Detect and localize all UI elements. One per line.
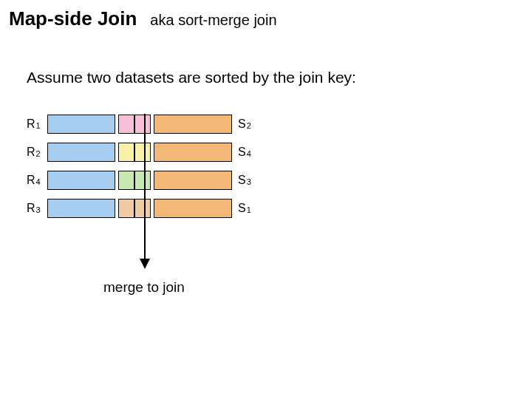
slide-subtitle: aka sort-merge join bbox=[150, 12, 276, 29]
slide-title: Map-side Join bbox=[9, 7, 137, 30]
diagram-row: R4 S3 bbox=[27, 170, 251, 191]
key-block bbox=[134, 199, 151, 218]
key-block bbox=[118, 143, 134, 162]
r-label: R4 bbox=[27, 174, 47, 187]
r-block bbox=[47, 115, 115, 134]
key-block bbox=[134, 115, 151, 134]
s-block bbox=[154, 115, 232, 134]
merge-caption: merge to join bbox=[103, 279, 185, 296]
diagram-row: R2 S4 bbox=[27, 142, 251, 163]
r-label: R2 bbox=[27, 146, 47, 159]
r-label: R3 bbox=[27, 202, 47, 215]
s-label: S4 bbox=[238, 146, 251, 159]
body-text: Assume two datasets are sorted by the jo… bbox=[27, 68, 366, 86]
s-label: S2 bbox=[238, 117, 251, 131]
s-block bbox=[154, 171, 232, 190]
diagram-row: R3 S1 bbox=[27, 198, 251, 219]
arrow-down-icon bbox=[140, 259, 150, 269]
diagram-row: R1 S2 bbox=[27, 114, 251, 134]
s-label: S1 bbox=[238, 202, 251, 215]
r-block bbox=[47, 199, 115, 218]
key-block bbox=[118, 115, 134, 134]
key-block bbox=[118, 171, 134, 190]
key-block bbox=[134, 171, 151, 190]
title-row: Map-side Join aka sort-merge join bbox=[9, 7, 277, 30]
key-block bbox=[134, 143, 151, 162]
r-block bbox=[47, 143, 115, 162]
s-block bbox=[154, 143, 232, 162]
s-label: S3 bbox=[238, 174, 251, 187]
sort-merge-diagram: R1 S2 R2 S4 R4 S3 R3 S1 bbox=[27, 114, 251, 226]
key-block bbox=[118, 199, 134, 218]
r-label: R1 bbox=[27, 117, 47, 131]
s-block bbox=[154, 199, 232, 218]
r-block bbox=[47, 171, 115, 190]
